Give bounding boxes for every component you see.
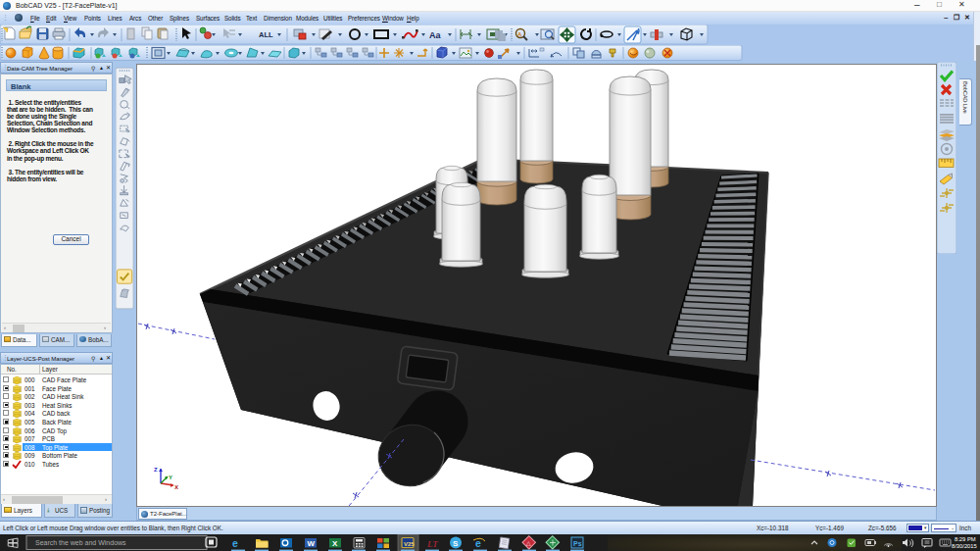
svg-text:X: X: [174, 484, 178, 490]
svg-text:W: W: [308, 539, 316, 548]
svg-text:ALL: ALL: [259, 30, 273, 39]
svg-text:Y: Y: [169, 475, 172, 480]
svg-text:△: △: [526, 540, 531, 546]
svg-text:A: A: [517, 31, 522, 37]
svg-text:S: S: [453, 539, 459, 548]
svg-text:Search the web and Windows: Search the web and Windows: [35, 539, 126, 546]
svg-text:Z: Z: [154, 467, 158, 473]
svg-text:LT: LT: [426, 539, 438, 549]
svg-text:e: e: [232, 537, 238, 549]
svg-text:X: X: [332, 539, 338, 548]
svg-text:Aa: Aa: [429, 30, 441, 40]
svg-text:V25: V25: [404, 541, 415, 547]
svg-text:Ps: Ps: [573, 540, 582, 547]
